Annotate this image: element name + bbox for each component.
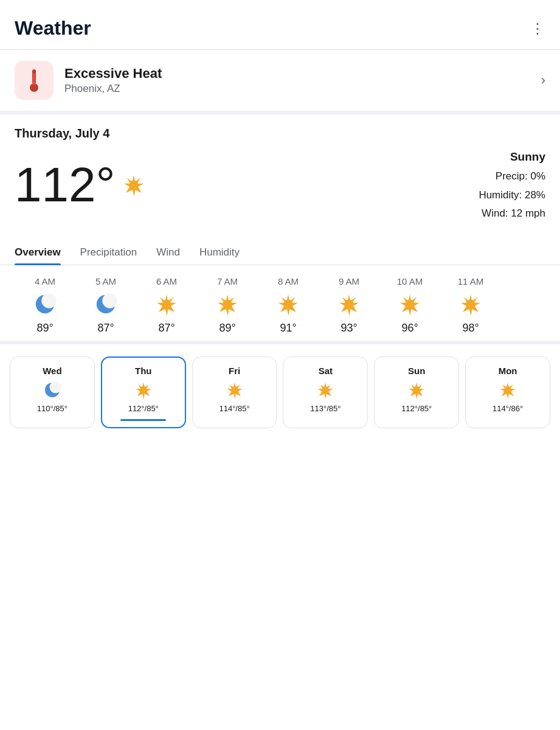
view-tabs: Overview Precipitation Wind Humidity xyxy=(0,239,560,265)
daily-card-mon[interactable]: Mon 114°/86° xyxy=(465,356,550,428)
current-temp-row: 112° xyxy=(15,161,145,209)
sun-icon xyxy=(398,293,421,316)
svg-point-10 xyxy=(162,299,171,308)
hourly-forecast-section: 4 AM 89° 5 AM 87° 6 AM 87° xyxy=(0,265,560,344)
sun-icon xyxy=(337,293,361,316)
daily-day: Thu xyxy=(135,366,152,376)
svg-point-18 xyxy=(405,299,414,308)
hourly-temp: 87° xyxy=(97,322,114,335)
hourly-temp: 89° xyxy=(219,322,235,335)
svg-point-16 xyxy=(344,299,353,308)
sun-icon xyxy=(216,293,239,316)
hourly-item: 11 AM 98° xyxy=(440,276,501,335)
sun-icon xyxy=(459,293,482,316)
svg-point-4 xyxy=(130,180,139,189)
hourly-temp: 93° xyxy=(340,322,357,335)
current-date: Thursday, July 4 xyxy=(15,127,545,141)
alert-banner[interactable]: Excessive Heat Phoenix, AZ › xyxy=(0,50,560,114)
precip-text: Precip: 0% xyxy=(479,167,545,186)
wind-text: Wind: 12 mph xyxy=(479,204,545,223)
sun-icon xyxy=(226,381,244,399)
hourly-temp: 91° xyxy=(280,322,296,335)
svg-point-26 xyxy=(231,386,238,394)
daily-card-thu[interactable]: Thu 112°/85° xyxy=(101,356,186,428)
app-header: Weather ⋮ xyxy=(0,0,560,50)
svg-point-22 xyxy=(49,381,61,394)
tab-precipitation[interactable]: Precipitation xyxy=(80,239,137,265)
svg-point-32 xyxy=(504,386,511,394)
hourly-time: 8 AM xyxy=(278,276,299,287)
hourly-time: 9 AM xyxy=(339,276,359,287)
hourly-time: 5 AM xyxy=(95,276,116,287)
alert-icon xyxy=(15,61,54,100)
moon-icon xyxy=(33,293,57,316)
hourly-temp: 89° xyxy=(36,322,53,335)
tab-wind[interactable]: Wind xyxy=(156,239,180,265)
daily-temps: 112°/85° xyxy=(128,404,159,413)
daily-card-sat[interactable]: Sat 113°/85° xyxy=(283,356,368,428)
sun-icon-large xyxy=(122,173,145,196)
hourly-time: 11 AM xyxy=(458,276,484,287)
tab-humidity[interactable]: Humidity xyxy=(199,239,240,265)
hourly-item: 9 AM 93° xyxy=(319,276,379,335)
sun-icon xyxy=(499,381,517,399)
hourly-time: 10 AM xyxy=(397,276,423,287)
hourly-row: 4 AM 89° 5 AM 87° 6 AM 87° xyxy=(15,276,545,335)
page-title: Weather xyxy=(15,17,91,40)
hourly-temp: 96° xyxy=(401,322,418,335)
sun-icon xyxy=(316,381,334,399)
tab-overview[interactable]: Overview xyxy=(15,239,61,265)
more-options-button[interactable]: ⋮ xyxy=(530,20,545,37)
daily-card-fri[interactable]: Fri 114°/85° xyxy=(192,356,277,428)
alert-chevron-icon[interactable]: › xyxy=(541,72,545,88)
hourly-item: 5 AM 87° xyxy=(75,276,136,335)
daily-day: Mon xyxy=(499,366,517,376)
svg-point-30 xyxy=(413,386,420,394)
daily-forecast-section: Wed 110°/85° Thu 112°/85° Fri 114°/ xyxy=(0,344,560,440)
hourly-time: 6 AM xyxy=(156,276,177,287)
daily-day: Sat xyxy=(319,366,333,376)
current-main-row: 112° Sunny Precip: 0% Humidity: 28% Wind… xyxy=(15,147,545,223)
current-details: Sunny Precip: 0% Humidity: 28% Wind: 12 … xyxy=(479,147,545,223)
current-temperature: 112° xyxy=(15,161,115,209)
daily-temps: 114°/86° xyxy=(493,404,523,413)
hourly-item: 4 AM 89° xyxy=(15,276,75,335)
hourly-temp: 87° xyxy=(158,322,175,335)
svg-point-6 xyxy=(41,293,57,308)
hourly-item: 8 AM 91° xyxy=(258,276,319,335)
hourly-item: 10 AM 96° xyxy=(379,276,440,335)
current-condition: Sunny xyxy=(479,147,545,167)
svg-rect-2 xyxy=(33,73,35,85)
daily-day: Wed xyxy=(43,366,61,376)
sun-icon xyxy=(407,381,426,399)
alert-left: Excessive Heat Phoenix, AZ xyxy=(15,61,162,100)
alert-location: Phoenix, AZ xyxy=(64,83,162,95)
daily-temps: 114°/85° xyxy=(219,404,249,413)
svg-point-28 xyxy=(322,386,329,394)
hourly-temp: 98° xyxy=(462,322,479,335)
daily-day: Fri xyxy=(229,366,240,376)
svg-point-14 xyxy=(283,299,292,308)
current-weather-section: Thursday, July 4 112° Sunny Precip: 0% H… xyxy=(0,114,560,229)
daily-temps: 113°/85° xyxy=(310,404,340,413)
daily-day: Sun xyxy=(408,366,425,376)
daily-row: Wed 110°/85° Thu 112°/85° Fri 114°/ xyxy=(10,356,550,428)
alert-title: Excessive Heat xyxy=(64,66,162,82)
hourly-time: 7 AM xyxy=(217,276,238,287)
sun-icon xyxy=(277,293,300,316)
svg-point-12 xyxy=(223,299,232,308)
daily-card-sun[interactable]: Sun 112°/85° xyxy=(374,356,459,428)
hourly-item: 6 AM 87° xyxy=(136,276,197,335)
svg-point-24 xyxy=(140,386,147,394)
svg-point-20 xyxy=(466,299,475,308)
moon-icon xyxy=(94,293,117,316)
sun-icon xyxy=(134,381,153,399)
hourly-item: 7 AM 89° xyxy=(197,276,258,335)
alert-text: Excessive Heat Phoenix, AZ xyxy=(64,66,162,95)
moon-icon xyxy=(43,381,61,399)
daily-card-wed[interactable]: Wed 110°/85° xyxy=(10,356,95,428)
daily-temps: 112°/85° xyxy=(401,404,432,413)
daily-temps: 110°/85° xyxy=(37,404,67,413)
svg-point-8 xyxy=(102,293,117,308)
hourly-time: 4 AM xyxy=(35,276,55,287)
